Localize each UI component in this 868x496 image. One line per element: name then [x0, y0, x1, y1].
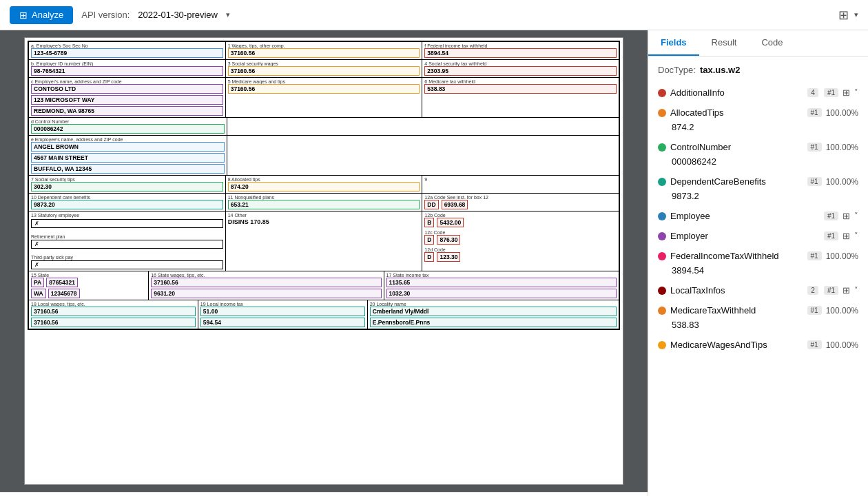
toolbar-right: ⊞ ▾ — [838, 8, 858, 23]
local-tax1-value: 51.00 — [200, 307, 365, 316]
field-header-dependent-care[interactable]: DependentCareBenefits #1 100.00% — [658, 174, 858, 189]
employee-addr2-value: BUFFALO, WA 12345 — [31, 164, 225, 174]
panel-tabs: Fields Result Code — [648, 30, 868, 56]
code12a-value: DD — [424, 200, 438, 209]
field-value-dependent-care: 9873.2 — [658, 189, 858, 204]
field-header-federal-income-tax[interactable]: FederalIncomeTaxWithheld #1 100.00% — [658, 248, 858, 264]
medicare-wages-label: 5 Medicare wages and tips — [228, 79, 420, 84]
layers-chevron[interactable]: ▾ — [854, 10, 858, 19]
employer-addr1-value: 123 MICROSOFT WAY — [31, 95, 223, 105]
ss-wages-label: 3 Social security wages — [228, 61, 420, 66]
field-table-icon-employer[interactable]: ⊞ — [843, 231, 850, 241]
field-name-medicare-tax: MedicareTaxWithheld — [670, 305, 802, 316]
layers-icon[interactable]: ⊞ — [838, 8, 849, 23]
field-chevron-additional-info[interactable]: ˅ — [854, 88, 858, 97]
field-table-icon-additional-info[interactable]: ⊞ — [843, 87, 850, 98]
box12c-label: 12c Code — [424, 230, 617, 235]
field-header-additional-info[interactable]: AdditionalInfo 4 #1 ⊞ ˅ — [658, 85, 858, 101]
other-value: DISINS 170.85 — [228, 218, 420, 225]
field-item-local-tax: LocalTaxInfos 2 #1 ⊞ ˅ — [658, 282, 858, 298]
field-badge-additional-info: 4 — [807, 88, 818, 97]
field-name-allocated-tips: AllocatedTips — [670, 107, 802, 118]
employer-addr2-value: REDMOND, WA 98765 — [31, 106, 223, 116]
val12b-value: 5432.00 — [437, 218, 464, 227]
nonqual-value: 653.21 — [228, 200, 420, 209]
control-number-label: d Control Number — [31, 119, 225, 124]
ss-tips-label: 7 Social security tips — [31, 177, 223, 182]
state-wages-label: 16 State wages, tips, etc. — [151, 273, 381, 278]
field-table-icon-employee[interactable]: ⊞ — [843, 211, 850, 221]
field-item-dependent-care: DependentCareBenefits #1 100.00% 9873.2 — [658, 174, 858, 204]
field-table-icon-local-tax[interactable]: ⊞ — [843, 285, 850, 296]
tab-code[interactable]: Code — [749, 30, 795, 56]
ss-tax-value: 2303.95 — [424, 66, 617, 76]
document-canvas: a. Employee's Soc Sec No 123-45-6789 1 W… — [24, 37, 623, 485]
dep-care-label: 10 Dependent care benefits — [31, 195, 223, 200]
doctype-value: tax.us.w2 — [700, 65, 741, 75]
field-chevron-employee[interactable]: ˅ — [854, 211, 858, 220]
state1-label: 15 State — [31, 273, 146, 278]
field-name-local-tax: LocalTaxInfos — [670, 285, 802, 296]
field-dot-federal-income-tax — [658, 252, 666, 260]
employee-name-label: e Employee's name, address and ZIP code — [31, 137, 225, 142]
field-item-employee: Employee #1 ⊞ ˅ — [658, 208, 858, 224]
tab-fields[interactable]: Fields — [648, 30, 699, 56]
local-tax-label: 19 Local income tax — [200, 302, 365, 307]
doctype-row: DocType: tax.us.w2 — [658, 65, 858, 75]
field-value-allocated-tips: 874.2 — [658, 121, 858, 135]
field-badge2-local-tax: #1 — [824, 286, 838, 295]
field-header-control-number[interactable]: ControlNumber #1 100.00% — [658, 139, 858, 155]
field-header-medicare-wages[interactable]: MedicareWagesAndTips #1 100.00% — [658, 337, 858, 353]
field-name-control-number: ControlNumber — [670, 142, 802, 152]
field-item-allocated-tips: AllocatedTips #1 100.00% 874.2 — [658, 105, 858, 135]
field-chevron-employer[interactable]: ˅ — [854, 231, 858, 240]
field-dot-dependent-care — [658, 178, 666, 186]
field-header-local-tax[interactable]: LocalTaxInfos 2 #1 ⊞ ˅ — [658, 282, 858, 298]
field-confidence-dependent-care: 100.00% — [826, 177, 858, 187]
wages-value: 37160.56 — [228, 48, 420, 58]
field-dot-employer — [658, 232, 666, 240]
field-badge-employee: #1 — [824, 211, 838, 220]
document-viewer: a. Employee's Soc Sec No 123-45-6789 1 W… — [0, 30, 648, 496]
field-dot-medicare-tax — [658, 307, 666, 315]
employer-name-value: CONTOSO LTD — [31, 84, 223, 94]
field-header-allocated-tips[interactable]: AllocatedTips #1 100.00% — [658, 105, 858, 121]
field-value-federal-income-tax: 3894.54 — [658, 264, 858, 278]
locality2-value: E.Pennsboro/E.Pnns — [370, 318, 617, 327]
field-item-control-number: ControlNumber #1 100.00% 000086242 — [658, 139, 858, 169]
field-header-employee[interactable]: Employee #1 ⊞ ˅ — [658, 208, 858, 224]
fed-tax-value: 3894.54 — [424, 48, 617, 58]
analyze-button[interactable]: ⊞ Analyze — [10, 6, 73, 24]
field-badge-medicare-wages: #1 — [807, 340, 822, 349]
medicare-tax-label: 6 Medicare tax withheld — [424, 79, 617, 84]
alloc-tips-label: 8 Allocated tips — [228, 177, 420, 182]
tab-result[interactable]: Result — [699, 30, 750, 56]
field-item-medicare-tax: MedicareTaxWithheld #1 100.00% 538.83 — [658, 302, 858, 333]
employer-name-label: c Employer's name, address and ZIP code — [31, 79, 223, 84]
field-item-medicare-wages: MedicareWagesAndTips #1 100.00% — [658, 337, 858, 353]
field-badge-control-number: #1 — [807, 143, 822, 152]
analyze-label: Analyze — [32, 10, 63, 20]
field-confidence-allocated-tips: 100.00% — [826, 108, 858, 118]
ss-wages-value: 37160.56 — [228, 66, 420, 76]
state-tax2-value: 1032.30 — [386, 289, 617, 298]
state-tax-label: 17 State income tax — [386, 273, 617, 278]
ss-tips-value: 302.30 — [31, 182, 223, 192]
field-dot-employee — [658, 212, 666, 220]
wages-label: 1 Wages, tips, other comp. — [228, 43, 420, 48]
api-version-chevron[interactable]: ▾ — [226, 10, 230, 19]
medicare-wages-value: 37160.56 — [228, 84, 420, 94]
field-value-medicare-tax: 538.83 — [658, 318, 858, 333]
main-area: a. Employee's Soc Sec No 123-45-6789 1 W… — [0, 30, 868, 496]
field-chevron-local-tax[interactable]: ˅ — [854, 286, 858, 295]
code12b-value: B — [424, 218, 434, 227]
field-dot-allocated-tips — [658, 109, 666, 117]
ssn-value: 123-45-6789 — [31, 48, 223, 58]
box12a-label: 12a Code See inst. for box 12 — [424, 195, 617, 200]
field-header-employer[interactable]: Employer #1 ⊞ ˅ — [658, 228, 858, 244]
field-item-federal-income-tax: FederalIncomeTaxWithheld #1 100.00% 3894… — [658, 248, 858, 278]
field-badge-dependent-care: #1 — [807, 177, 822, 186]
field-header-medicare-tax[interactable]: MedicareTaxWithheld #1 100.00% — [658, 302, 858, 318]
box12d-label: 12d Code — [424, 247, 617, 252]
val12c-value: 876.30 — [437, 235, 460, 245]
